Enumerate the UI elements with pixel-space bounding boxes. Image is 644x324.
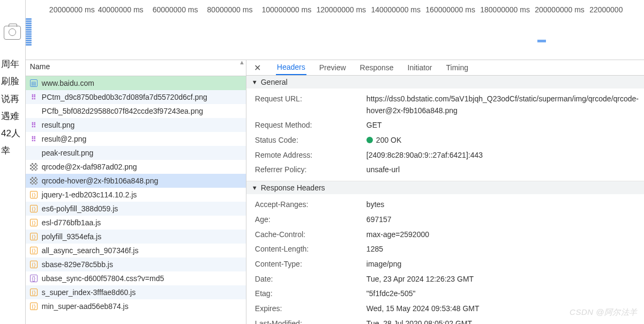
request-name: sbase-829e78c5bb.js — [42, 260, 113, 269]
request-row[interactable]: ⟨⟩all_async_search_907346f.js — [26, 244, 246, 257]
js-icon: ⟨⟩ — [30, 261, 38, 268]
camera-icon[interactable] — [4, 26, 21, 40]
request-name: jquery-1-edb203c114.10.2.js — [42, 190, 137, 199]
status-dot-icon — [366, 137, 373, 143]
doc-icon: ▤ — [30, 79, 38, 87]
request-name: PCfb_5bf082d29588c07f842ccde3f97243ea.pn… — [42, 107, 203, 115]
js-icon: ⟨⟩ — [30, 289, 38, 296]
status-code-label: Status Code: — [255, 135, 366, 146]
request-row[interactable]: ⟨⟩polyfill_9354efa.js — [26, 230, 246, 244]
remote-address-label: Remote Address: — [255, 150, 366, 161]
scroll-up-icon[interactable]: ▲ — [239, 60, 245, 65]
request-name: qrcode-hover@2x-f9b106a848.png — [42, 176, 158, 185]
request-row[interactable]: ⟨⟩jquery-1-edb203c114.10.2.js — [26, 188, 246, 202]
request-name: result@2.png — [42, 135, 86, 143]
js-icon: ⟨⟩ — [30, 191, 38, 198]
file-icon — [30, 149, 38, 157]
request-method-value: GET — [366, 120, 639, 131]
tab-timing[interactable]: Timing — [445, 61, 470, 75]
page-text-2: 刷脸说再 — [0, 73, 25, 108]
general-header[interactable]: ▼General — [246, 76, 644, 89]
request-name: ubase_sync-d600f57804.css?v=md5 — [42, 274, 164, 283]
response-headers-header[interactable]: ▼Response Headers — [246, 181, 644, 194]
request-name: www.baidu.com — [42, 79, 94, 87]
file-icon — [30, 107, 38, 115]
detail-tabs: ✕ Headers Preview Response Initiator Tim… — [246, 60, 644, 76]
request-row[interactable]: peak-result.png — [26, 146, 246, 160]
timeline-bars — [26, 18, 32, 46]
request-name: esl-d776bfb1aa.js — [42, 218, 101, 227]
timeline-marker — [537, 40, 546, 42]
close-icon[interactable]: ✕ — [251, 63, 264, 73]
request-name: result.png — [42, 121, 74, 129]
request-row[interactable]: qrcode@2x-daf987ad02.png — [26, 160, 246, 174]
section-response-headers: ▼Response Headers Accept-Ranges:bytes Ag… — [246, 181, 644, 324]
page-text-3: 遇难 42人幸 — [0, 108, 25, 160]
request-name: peak-result.png — [42, 149, 94, 157]
timeline-area[interactable]: 20000000 ms40000000 ms60000000 ms8000000… — [26, 0, 644, 60]
tab-headers[interactable]: Headers — [276, 60, 306, 75]
request-url-value: https://dss0.bdstatic.com/5aV1bjqh_Q23od… — [366, 93, 639, 116]
request-row[interactable]: ⟨⟩esl-d776bfb1aa.js — [26, 216, 246, 230]
css-icon: {} — [30, 275, 38, 282]
qr-icon — [30, 177, 38, 185]
js-icon: ⟨⟩ — [30, 247, 38, 254]
request-name: qrcode@2x-daf987ad02.png — [42, 163, 137, 171]
page-text-1: 周年 — [0, 56, 25, 73]
request-row[interactable]: ⠿result.png — [26, 118, 246, 132]
request-name: PCtm_d9c8750bed0b3c7d089fa7d55720d6cf.pn… — [42, 93, 207, 101]
request-method-label: Request Method: — [255, 120, 366, 131]
js-icon: ⟨⟩ — [30, 205, 38, 212]
tab-initiator[interactable]: Initiator — [407, 61, 433, 75]
request-row[interactable]: ⠿result@2.png — [26, 132, 246, 146]
status-code-value: 200 OK — [366, 135, 639, 146]
request-list: Name ▲ ▤www.baidu.com⠿PCtm_d9c8750bed0b3… — [26, 60, 246, 324]
left-sidebar: 周年 刷脸说再 遇难 42人幸 — [0, 0, 26, 324]
request-name: polyfill_9354efa.js — [42, 232, 101, 241]
tab-response[interactable]: Response — [359, 61, 395, 75]
js-icon: ⟨⟩ — [30, 303, 38, 310]
timeline-ticks: 20000000 ms40000000 ms60000000 ms8000000… — [26, 5, 644, 14]
request-row[interactable]: qrcode-hover@2x-f9b106a848.png — [26, 174, 246, 188]
section-general: ▼General Request URL:https://dss0.bdstat… — [246, 76, 644, 181]
request-name: es6-polyfill_388d059.js — [42, 204, 118, 213]
request-url-label: Request URL: — [255, 93, 366, 116]
request-row[interactable]: PCfb_5bf082d29588c07f842ccde3f97243ea.pn… — [26, 104, 246, 118]
name-column-header[interactable]: Name ▲ — [26, 60, 246, 76]
request-name: all_async_search_907346f.js — [42, 246, 139, 255]
img-icon: ⠿ — [30, 93, 38, 101]
img-icon: ⠿ — [30, 135, 38, 143]
js-icon: ⟨⟩ — [30, 233, 38, 240]
devtools-panel: 20000000 ms40000000 ms60000000 ms8000000… — [26, 0, 644, 324]
request-row[interactable]: ▤www.baidu.com — [26, 76, 246, 90]
request-row[interactable]: {}ubase_sync-d600f57804.css?v=md5 — [26, 271, 246, 285]
request-name: s_super_index-3fffae8d60.js — [42, 288, 136, 297]
request-row[interactable]: ⟨⟩min_super-aad56eb874.js — [26, 299, 246, 313]
qr-icon — [30, 163, 38, 171]
tab-preview[interactable]: Preview — [318, 61, 347, 75]
referrer-policy-label: Referrer Policy: — [255, 164, 366, 176]
remote-address-value: [2409:8c28:90a0:9::27af:6421]:443 — [366, 150, 639, 161]
watermark: CSDN @阿尔法羊 — [570, 307, 638, 318]
js-icon: ⟨⟩ — [30, 219, 38, 226]
request-row[interactable]: ⠿PCtm_d9c8750bed0b3c7d089fa7d55720d6cf.p… — [26, 90, 246, 104]
triangle-down-icon: ▼ — [252, 185, 258, 191]
triangle-down-icon: ▼ — [252, 79, 258, 85]
detail-panel: ✕ Headers Preview Response Initiator Tim… — [246, 60, 644, 324]
img-icon: ⠿ — [30, 121, 38, 129]
referrer-policy-value: unsafe-url — [366, 164, 639, 176]
request-row[interactable]: ⟨⟩s_super_index-3fffae8d60.js — [26, 285, 246, 299]
request-row[interactable]: ⟨⟩sbase-829e78c5bb.js — [26, 257, 246, 271]
request-name: min_super-aad56eb874.js — [42, 302, 129, 311]
request-row[interactable]: ⟨⟩es6-polyfill_388d059.js — [26, 202, 246, 216]
